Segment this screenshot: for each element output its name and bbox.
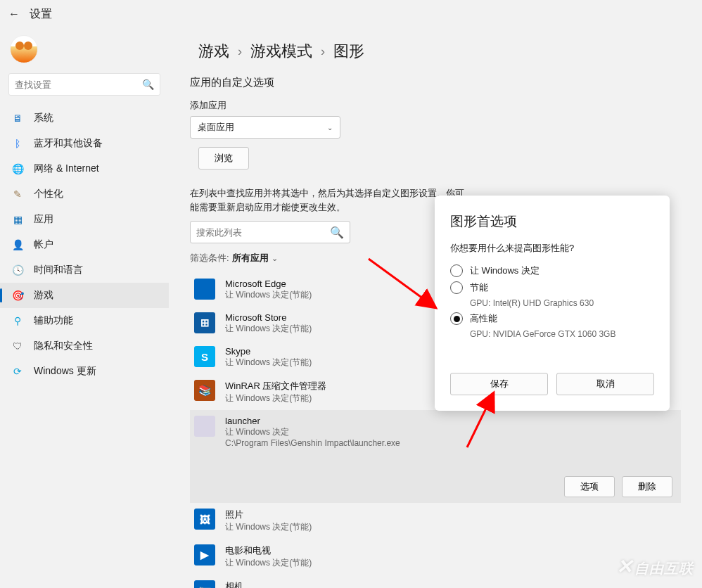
app-subtitle: 让 Windows 决定(节能): [225, 289, 312, 301]
titlebar: ← 设置: [0, 0, 702, 28]
app-icon: 📚: [194, 380, 215, 401]
nav-label: 帐户: [34, 238, 53, 251]
app-name: WinRAR 压缩文件管理器: [225, 380, 326, 392]
radio-label: 节能: [470, 281, 488, 294]
watermark-text: 自由互联: [634, 561, 694, 576]
app-list-search-input[interactable]: [196, 227, 330, 238]
watermark-x-icon: ✕: [616, 556, 633, 577]
dropdown-value: 桌面应用: [198, 121, 234, 134]
nav-label: 系统: [34, 112, 53, 124]
chevron-right-icon: ›: [238, 44, 242, 59]
chevron-down-icon: ⌄: [327, 124, 333, 132]
nav-label: 隐私和安全性: [34, 340, 93, 352]
app-item-launcher[interactable]: launcher让 Windows 决定C:\Program Files\Gen…: [190, 410, 681, 503]
sidebar: 🔍 🖥系统ᛒ蓝牙和其他设备🌐网络 & Internet✎个性化▦应用👤帐户🕓时间…: [0, 28, 169, 588]
app-item-电影和电视[interactable]: ▶电影和电视让 Windows 决定(节能): [190, 539, 681, 575]
app-icon: ▶: [194, 544, 215, 565]
crumb-gaming[interactable]: 游戏: [198, 41, 229, 62]
nav-label: 应用: [34, 213, 53, 226]
nav-icon: ⟳: [11, 365, 24, 378]
settings-search[interactable]: 🔍: [8, 73, 160, 96]
save-button[interactable]: 保存: [450, 373, 548, 395]
add-app-label: 添加应用: [190, 99, 681, 112]
app-name: Skype: [225, 346, 312, 357]
custom-options-heading: 应用的自定义选项: [190, 76, 681, 89]
nav-icon: ✎: [11, 188, 24, 200]
app-name: 电影和电视: [225, 544, 312, 557]
radio-icon: [450, 264, 463, 277]
nav-label: 辅助功能: [34, 314, 73, 327]
crumb-gamemode[interactable]: 游戏模式: [250, 41, 312, 62]
nav-icon: 🕓: [11, 264, 24, 276]
sidebar-item-Windows 更新[interactable]: ⟳Windows 更新: [0, 359, 169, 384]
filter-value: 所有应用: [232, 252, 269, 264]
sidebar-item-系统[interactable]: 🖥系统: [0, 106, 169, 131]
radio-power-saving-gpu: GPU: Intel(R) UHD Graphics 630: [470, 298, 654, 308]
app-item-相机[interactable]: 📷相机让 Windows 决定(节能): [190, 575, 681, 588]
sidebar-item-游戏[interactable]: 🎯游戏: [0, 283, 169, 308]
app-name: Microsoft Edge: [225, 279, 312, 289]
nav-label: 游戏: [34, 289, 53, 302]
sidebar-item-帐户[interactable]: 👤帐户: [0, 232, 169, 257]
page-title: 设置: [30, 7, 52, 22]
nav-label: 蓝牙和其他设备: [34, 137, 103, 150]
nav-icon: 🌐: [11, 162, 24, 175]
radio-label: 让 Windows 决定: [470, 264, 540, 277]
app-icon: [194, 279, 215, 300]
nav-label: 个性化: [34, 188, 63, 200]
app-list-search[interactable]: 🔍: [190, 221, 350, 243]
app-item-照片[interactable]: 🖼照片让 Windows 决定(节能): [190, 503, 681, 539]
sidebar-item-网络 & Internet[interactable]: 🌐网络 & Internet: [0, 156, 169, 181]
dialog-question: 你想要用什么来提高图形性能?: [450, 242, 654, 255]
chevron-right-icon: ›: [321, 44, 325, 59]
app-name: 照片: [225, 509, 312, 521]
app-subtitle: 让 Windows 决定(节能): [225, 392, 326, 404]
filter-label: 筛选条件:: [190, 252, 229, 264]
nav-label: 时间和语言: [34, 264, 83, 276]
breadcrumb: 游戏 › 游戏模式 › 图形: [190, 41, 681, 62]
app-subtitle: 让 Windows 决定(节能): [225, 323, 312, 335]
sidebar-item-应用[interactable]: ▦应用: [0, 207, 169, 232]
radio-high-performance[interactable]: 高性能: [450, 312, 654, 325]
app-options-button[interactable]: 选项: [564, 476, 615, 497]
help-text: 在列表中查找应用并将其选中，然后为其选择自定义图形设置。你可能需要重新启动应用才…: [190, 186, 471, 214]
app-type-dropdown[interactable]: 桌面应用 ⌄: [190, 116, 340, 139]
radio-let-windows-decide[interactable]: 让 Windows 决定: [450, 264, 654, 277]
watermark: ✕自由互联: [616, 555, 694, 578]
nav-icon: ▦: [11, 213, 24, 226]
dialog-title: 图形首选项: [450, 212, 654, 231]
app-icon: ⊞: [194, 312, 215, 333]
browse-button[interactable]: 浏览: [198, 147, 249, 170]
nav-icon: 🖥: [11, 112, 24, 124]
radio-high-perf-gpu: GPU: NVIDIA GeForce GTX 1060 3GB: [470, 329, 654, 339]
nav-label: 网络 & Internet: [34, 162, 99, 175]
sidebar-item-时间和语言[interactable]: 🕓时间和语言: [0, 257, 169, 283]
radio-label: 高性能: [470, 312, 497, 325]
nav-icon: ⚲: [11, 314, 24, 327]
search-input[interactable]: [15, 79, 142, 90]
graphics-preference-dialog: 图形首选项 你想要用什么来提高图形性能? 让 Windows 决定 节能 GPU…: [435, 196, 670, 411]
app-name: Microsoft Store: [225, 312, 312, 323]
account-avatar-row[interactable]: [0, 32, 169, 73]
nav-icon: 🎯: [11, 289, 24, 302]
nav-icon: 👤: [11, 238, 24, 251]
sidebar-item-隐私和安全性[interactable]: 🛡隐私和安全性: [0, 333, 169, 359]
nav-label: Windows 更新: [34, 365, 96, 378]
app-delete-button[interactable]: 删除: [622, 476, 672, 497]
app-name: 相机: [225, 580, 312, 588]
back-button[interactable]: ←: [8, 8, 20, 20]
app-icon: [194, 416, 215, 437]
sidebar-item-辅助功能[interactable]: ⚲辅助功能: [0, 308, 169, 333]
nav-icon: 🛡: [11, 340, 24, 352]
radio-icon: [450, 312, 463, 325]
search-icon: 🔍: [142, 79, 154, 90]
avatar: [10, 35, 38, 63]
sidebar-item-个性化[interactable]: ✎个性化: [0, 181, 169, 207]
crumb-graphics: 图形: [333, 41, 364, 62]
cancel-button[interactable]: 取消: [556, 373, 654, 395]
radio-power-saving[interactable]: 节能: [450, 281, 654, 294]
chevron-down-icon: ⌄: [272, 254, 278, 263]
search-icon: 🔍: [330, 226, 344, 239]
sidebar-item-蓝牙和其他设备[interactable]: ᛒ蓝牙和其他设备: [0, 131, 169, 156]
app-subtitle: 让 Windows 决定(节能): [225, 557, 312, 569]
